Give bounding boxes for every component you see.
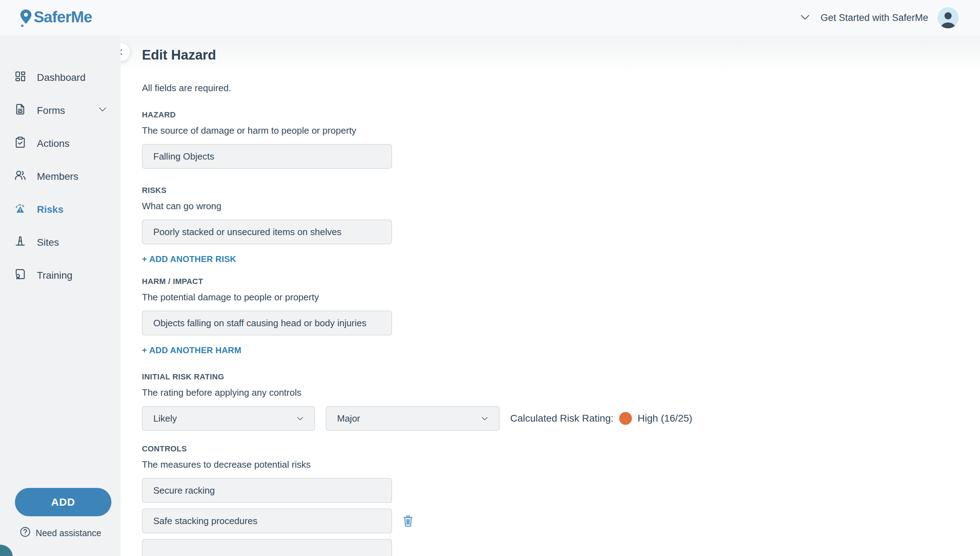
forms-document-icon — [14, 103, 26, 118]
harm-label: HARM / IMPACT — [142, 277, 980, 286]
logo-wordmark: SaferMe — [34, 7, 92, 27]
sidebar-item-dashboard[interactable]: Dashboard — [0, 61, 121, 94]
add-another-risk-link[interactable]: + ADD ANOTHER RISK — [142, 254, 236, 264]
header-right-group: Get Started with SaferMe — [799, 7, 959, 28]
initial-risk-rating-section: INITIAL RISK RATING The rating before ap… — [142, 372, 980, 431]
sidebar-item-label: Dashboard — [37, 72, 86, 83]
likelihood-select[interactable]: Likely — [142, 406, 315, 431]
people-icon — [14, 169, 26, 184]
risks-label: RISKS — [142, 186, 980, 195]
risks-section: RISKS What can go wrong Poorly stacked o… — [142, 186, 980, 264]
control-input[interactable] — [142, 539, 392, 556]
need-assistance-link[interactable]: Need assistance — [0, 526, 121, 540]
sidebar-item-actions[interactable]: Actions — [0, 127, 121, 160]
saferme-app: SaferMe Get Started with SaferMe — [0, 0, 980, 556]
sidebar-item-risks[interactable]: Risks — [0, 193, 121, 226]
hazard-section: HAZARD The source of damage or harm to p… — [142, 110, 980, 169]
control-row — [142, 533, 980, 556]
initial-risk-rating-label: INITIAL RISK RATING — [142, 372, 980, 381]
content-area: Edit Hazard All fields are required. HAZ… — [121, 36, 980, 556]
saferme-logo[interactable]: SaferMe — [18, 7, 92, 29]
sidebar-nav: Dashboard Forms — [0, 36, 121, 292]
sidebar-item-sites[interactable]: Sites — [0, 226, 121, 259]
traffic-cone-icon — [14, 235, 26, 250]
sidebar-item-label: Actions — [37, 138, 70, 149]
chat-widget-corner[interactable] — [0, 545, 13, 556]
sidebar-item-label: Members — [37, 171, 78, 182]
question-circle-icon — [19, 526, 31, 540]
sidebar-item-label: Sites — [37, 237, 59, 248]
harm-description: The potential damage to people or proper… — [142, 292, 980, 303]
clipboard-check-icon — [14, 136, 26, 151]
chevron-down-icon[interactable] — [799, 11, 812, 25]
chevron-down-icon[interactable] — [97, 104, 108, 117]
harm-section: HARM / IMPACT The potential damage to pe… — [142, 277, 980, 355]
add-another-harm-link[interactable]: + ADD ANOTHER HARM — [142, 345, 241, 355]
calculated-risk-label: Calculated Risk Rating: — [510, 413, 614, 424]
add-button[interactable]: ADD — [15, 488, 112, 516]
delete-control-button[interactable] — [401, 514, 415, 528]
sidebar-item-label: Training — [37, 270, 72, 281]
calculated-risk-value: High (16/25) — [638, 413, 692, 424]
trash-icon — [401, 514, 415, 528]
need-assistance-label: Need assistance — [36, 528, 102, 538]
initial-risk-rating-description: The rating before applying any controls — [142, 387, 980, 398]
sidebar-item-members[interactable]: Members — [0, 160, 121, 193]
controls-description: The measures to decrease potential risks — [142, 459, 980, 470]
map-pin-logo-icon — [18, 7, 33, 29]
hazard-input[interactable]: Falling Objects — [142, 144, 392, 169]
control-input[interactable]: Secure racking — [142, 478, 392, 503]
initial-risk-rating-row: Likely Major Calculated Risk Rating: — [142, 406, 980, 431]
control-input[interactable]: Safe stacking procedures — [142, 509, 392, 533]
chevron-down-icon — [295, 414, 305, 423]
severity-value: Major — [337, 413, 360, 424]
dashboard-grid-icon — [14, 70, 26, 85]
hazard-alert-icon — [14, 202, 26, 217]
risk-input[interactable]: Poorly stacked or unsecured items on she… — [142, 220, 392, 244]
certificate-icon — [14, 268, 26, 283]
user-avatar[interactable] — [938, 7, 959, 28]
required-note: All fields are required. — [142, 82, 980, 93]
sidebar-item-training[interactable]: Training — [0, 259, 121, 292]
sidebar-item-label: Risks — [37, 204, 63, 215]
sidebar-item-forms[interactable]: Forms — [0, 94, 121, 127]
likelihood-value: Likely — [153, 413, 177, 424]
risks-description: What can go wrong — [142, 201, 980, 212]
page-title: Edit Hazard — [142, 47, 980, 63]
control-row: Safe stacking procedures — [142, 503, 980, 533]
harm-input[interactable]: Objects falling on staff causing head or… — [142, 310, 392, 335]
get-started-menu[interactable]: Get Started with SaferMe — [821, 12, 928, 23]
edit-hazard-form: Edit Hazard All fields are required. HAZ… — [121, 36, 980, 556]
controls-section: CONTROLS The measures to decrease potent… — [142, 444, 980, 556]
hazard-description: The source of damage or harm to people o… — [142, 125, 980, 136]
top-header: SaferMe Get Started with SaferMe — [0, 0, 980, 36]
sidebar-item-label: Forms — [37, 105, 65, 116]
chevron-down-icon — [480, 414, 490, 423]
hazard-label: HAZARD — [142, 110, 980, 120]
risk-level-dot — [619, 412, 632, 425]
sidebar: Dashboard Forms — [0, 36, 121, 556]
controls-label: CONTROLS — [142, 444, 980, 454]
calculated-risk-rating: Calculated Risk Rating: High (16/25) — [510, 412, 692, 425]
severity-select[interactable]: Major — [326, 406, 500, 431]
